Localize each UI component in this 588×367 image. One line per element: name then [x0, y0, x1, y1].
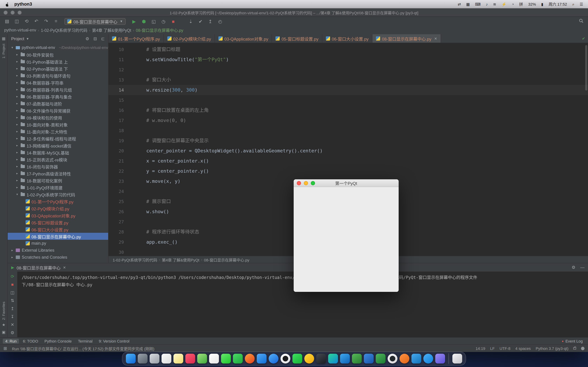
qq-icon[interactable]: [281, 354, 290, 364]
close-button[interactable]: [297, 181, 301, 185]
favorites-star-icon[interactable]: ★: [2, 323, 5, 327]
tree-item[interactable]: 05-窗口标题设置.py: [8, 219, 108, 226]
history-icon[interactable]: ⌗: [52, 18, 60, 24]
tree-chevron-icon[interactable]: ▸: [15, 109, 19, 112]
tool-window-button[interactable]: 6: TODO: [20, 339, 41, 343]
scroll-up-button[interactable]: ↥: [11, 306, 14, 311]
tree-chevron-icon[interactable]: ▸: [10, 256, 14, 259]
pyqt-app-window[interactable]: 第一个PyQt: [294, 179, 399, 292]
tree-item[interactable]: ▸06-数据容器-字典与集合: [8, 93, 108, 100]
tree-item[interactable]: ▸09-模块和包的使用: [8, 114, 108, 121]
tree-chevron-icon[interactable]: ▸: [15, 158, 19, 161]
debug-button[interactable]: ⬢: [140, 19, 147, 24]
tree-item[interactable]: 06-窗口大小设置.py: [8, 226, 108, 233]
breadcrumb-item[interactable]: 第4章 了解&使用PyQt: [162, 257, 199, 262]
tree-chevron-icon[interactable]: ▸: [15, 137, 19, 140]
frontmost-app-name[interactable]: python3: [14, 1, 32, 7]
run-tab-label[interactable]: 08-窗口显示在屏幕中心: [17, 264, 61, 270]
indent-style[interactable]: 4 spaces: [515, 346, 531, 350]
battery-percent-text[interactable]: 32%: [528, 0, 536, 8]
run-button[interactable]: ▶: [130, 19, 138, 24]
finder-icon[interactable]: [126, 354, 136, 364]
excel-icon[interactable]: [376, 354, 386, 364]
sketch-icon[interactable]: [435, 354, 445, 364]
tree-item[interactable]: ▸1-01-PyQt环境搭建: [8, 184, 108, 191]
tree-item[interactable]: 01-第一个PyQt程序.py: [8, 198, 108, 205]
spotlight-icon[interactable]: ⌕: [572, 0, 574, 8]
code-line[interactable]: 13# 窗口大小: [109, 75, 588, 85]
sync-icon[interactable]: ⟲: [23, 18, 30, 24]
breadcrumb-item[interactable]: 1-02-PyQt系统学习的代码: [113, 257, 157, 262]
notes-icon[interactable]: [173, 354, 183, 364]
minimize-button[interactable]: [10, 10, 15, 15]
undo-icon[interactable]: ↶: [33, 18, 40, 24]
tree-chevron-icon[interactable]: ▾: [10, 46, 14, 49]
python-interpreter[interactable]: Python 3.7 (py3-qt): [536, 346, 568, 350]
code-line[interactable]: 22y = center_pointer.y(): [109, 166, 588, 176]
system-preferences-icon[interactable]: [150, 354, 159, 364]
close-icon[interactable]: ✕: [434, 36, 437, 40]
code-line[interactable]: 14w.resize(300, 300): [109, 85, 588, 95]
pyqt-title-bar[interactable]: 第一个PyQt: [294, 179, 399, 187]
tree-item[interactable]: ▸00-软件安装包: [8, 51, 108, 58]
code-line[interactable]: 12: [109, 65, 588, 75]
input-source-icon[interactable]: 拼: [519, 0, 523, 8]
code-line[interactable]: 15: [109, 95, 588, 105]
tree-item[interactable]: main.py: [8, 240, 108, 247]
tool-window-button[interactable]: Python Console: [42, 339, 74, 343]
scrollbar-thumb[interactable]: [585, 45, 587, 91]
structure-stripe-icon[interactable]: ▣: [2, 330, 6, 334]
code-line[interactable]: 10# 设置窗口标题: [109, 44, 588, 55]
tree-item[interactable]: 03-QApplication对象.py: [8, 212, 108, 219]
stop-button[interactable]: ■: [170, 19, 177, 24]
tree-item[interactable]: ▸15-正则表达式-re模块: [8, 156, 108, 163]
run-settings-icon[interactable]: ⚙: [571, 265, 575, 270]
tree-item[interactable]: ▸07-函数基础与进阶: [8, 100, 108, 107]
volume-icon[interactable]: ♪: [486, 0, 488, 8]
clear-console-button[interactable]: ✕: [11, 322, 14, 327]
calendar-icon[interactable]: [209, 354, 219, 364]
photos-icon[interactable]: [162, 354, 171, 364]
minimize-button[interactable]: [304, 181, 308, 185]
apple-menu-icon[interactable]: [5, 1, 9, 7]
open-project-icon[interactable]: ▤: [3, 18, 10, 24]
vcs-push-icon[interactable]: ↥: [207, 19, 214, 24]
tree-chevron-icon[interactable]: ▸: [15, 53, 19, 56]
save-all-icon[interactable]: ◫: [13, 18, 20, 24]
docker-icon[interactable]: [411, 354, 421, 364]
breadcrumb-item[interactable]: python-virtual-env: [4, 28, 36, 32]
tree-item[interactable]: ▸Scratches and Consoles: [8, 254, 108, 261]
tree-item[interactable]: ▸18-数据可视化案例: [8, 177, 108, 184]
code-line[interactable]: 19# 调整窗口在屏幕正中央显示: [109, 136, 588, 146]
hide-panel-icon[interactable]: —: [580, 265, 585, 270]
editor-tab[interactable]: 08-窗口显示在屏幕中心.py✕: [372, 34, 441, 43]
dingtalk-icon[interactable]: [423, 354, 433, 364]
tree-chevron-icon[interactable]: ▸: [15, 102, 19, 105]
tree-chevron-icon[interactable]: ▸: [15, 95, 19, 98]
breadcrumb-item[interactable]: 1-02-PyQt系统学习的代码: [41, 27, 87, 33]
tree-chevron-icon[interactable]: ▸: [15, 60, 19, 63]
close-button[interactable]: [3, 10, 8, 15]
code-line[interactable]: 18: [109, 125, 588, 136]
word-icon[interactable]: [364, 354, 374, 364]
tree-chevron-icon[interactable]: ▸: [15, 151, 19, 154]
trash-icon[interactable]: [452, 354, 462, 364]
coverage-button[interactable]: ◱: [150, 19, 157, 24]
tree-item[interactable]: ▸01-Python基础语法 上: [8, 58, 108, 65]
launchpad-icon[interactable]: [138, 354, 147, 364]
tree-item[interactable]: ▸03-判断语句与循环语句: [8, 72, 108, 79]
close-icon[interactable]: ✕: [63, 266, 66, 269]
tree-item[interactable]: 08-窗口显示在屏幕中心.py: [8, 233, 108, 240]
editor-scrollbar[interactable]: [585, 43, 588, 256]
tree-item[interactable]: ▸10-面向对象-类和对象: [8, 121, 108, 128]
tree-chevron-icon[interactable]: ▸: [15, 123, 19, 126]
tree-item[interactable]: ▸08-文件操作与异常捕获: [8, 107, 108, 114]
terminal-icon[interactable]: [316, 354, 326, 364]
firefox-icon[interactable]: [245, 354, 255, 364]
code-line[interactable]: 16# 将窗口放置在桌面的左上角: [109, 105, 588, 115]
tree-item[interactable]: ▸17-Python高级语法特性: [8, 170, 108, 177]
hide-panel-icon[interactable]: ⊏: [101, 36, 105, 41]
tree-item[interactable]: ▸04-数据容器-字符串: [8, 79, 108, 86]
line-separator[interactable]: LF: [490, 346, 495, 350]
keyboard-icon[interactable]: ⌨: [475, 0, 481, 8]
